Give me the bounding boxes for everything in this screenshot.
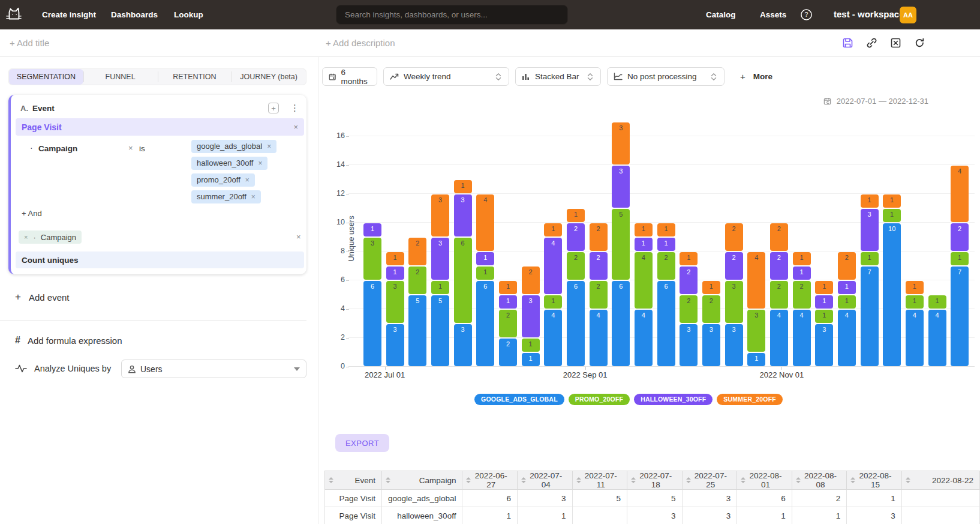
bar-segment-summer_20off[interactable]: 1 xyxy=(680,252,698,265)
bar-segment-promo_20off[interactable]: 1 xyxy=(883,209,901,222)
nav-catalog[interactable]: Catalog xyxy=(706,10,736,19)
bar-segment-promo_20off[interactable]: 1 xyxy=(861,252,879,265)
bar-segment-halloween_30off[interactable]: 3 xyxy=(861,209,879,251)
bar-segment-halloween_30off[interactable]: 3 xyxy=(454,194,472,236)
bar-segment-promo_20off[interactable]: 2 xyxy=(408,267,426,294)
legend-item-summer_20off[interactable]: SUMMER_20OFF xyxy=(717,394,783,405)
remove-tag-icon[interactable]: × xyxy=(258,159,262,167)
nav-lookup[interactable]: Lookup xyxy=(174,10,203,19)
filter-value-tag[interactable]: google_ads_global× xyxy=(191,140,276,153)
bar-segment-promo_20off[interactable]: 1 xyxy=(906,295,924,309)
app-logo-cat-icon[interactable] xyxy=(5,5,23,23)
bar-segment-halloween_30off[interactable]: 3 xyxy=(522,295,540,337)
filter-value-tag[interactable]: halloween_30off× xyxy=(191,157,267,170)
sort-icon[interactable] xyxy=(466,477,471,483)
bar-segment-google_ads_global[interactable]: 4 xyxy=(906,310,924,366)
sort-icon[interactable] xyxy=(741,477,745,483)
bar-segment-summer_20off[interactable]: 2 xyxy=(838,252,856,280)
export-button[interactable]: EXPORT xyxy=(335,434,389,452)
bar-segment-promo_20off[interactable]: 1 xyxy=(476,267,494,280)
bar-segment-google_ads_global[interactable]: 7 xyxy=(951,267,969,366)
bar-segment-google_ads_global[interactable]: 6 xyxy=(657,281,675,366)
bar-2022-08-01[interactable]: 6114 xyxy=(476,122,494,367)
bar-segment-promo_20off[interactable]: 3 xyxy=(386,281,404,323)
bar-segment-promo_20off[interactable]: 3 xyxy=(747,310,765,352)
remove-breakdown-icon[interactable]: × xyxy=(24,233,28,241)
sort-icon[interactable] xyxy=(850,477,855,483)
bar-segment-promo_20off[interactable]: 3 xyxy=(363,238,381,280)
sort-icon[interactable] xyxy=(329,477,333,483)
nav-assets[interactable]: Assets xyxy=(760,10,786,19)
remove-tag-icon[interactable]: × xyxy=(251,193,255,201)
bar-segment-halloween_30off[interactable]: 1 xyxy=(815,295,833,309)
bar-segment-promo_20off[interactable]: 5 xyxy=(612,209,630,280)
bar-segment-halloween_30off[interactable]: 2 xyxy=(725,252,743,280)
more-button[interactable]: + More xyxy=(740,67,772,86)
bar-segment-summer_20off[interactable]: 1 xyxy=(702,281,720,294)
bar-segment-google_ads_global[interactable]: 4 xyxy=(770,310,788,366)
sort-icon[interactable] xyxy=(796,477,801,483)
clear-breakdown-icon[interactable]: × xyxy=(296,232,301,241)
bar-segment-promo_20off[interactable]: 1 xyxy=(431,281,449,294)
save-icon[interactable] xyxy=(842,37,853,49)
bar-segment-halloween_30off[interactable]: 1 xyxy=(635,238,653,251)
bar-segment-promo_20off[interactable]: 2 xyxy=(680,295,698,323)
bar-segment-summer_20off[interactable]: 2 xyxy=(408,238,426,265)
bar-segment-promo_20off[interactable]: 1 xyxy=(544,295,562,309)
bar-segment-google_ads_global[interactable]: 5 xyxy=(408,295,426,366)
bar-segment-halloween_30off[interactable]: 1 xyxy=(476,252,494,265)
sort-icon[interactable] xyxy=(521,477,526,483)
bar-segment-summer_20off[interactable]: 1 xyxy=(454,180,472,193)
bar-segment-google_ads_global[interactable]: 3 xyxy=(454,324,472,366)
bar-segment-promo_20off[interactable]: 1 xyxy=(522,339,540,352)
bar-segment-summer_20off[interactable]: 1 xyxy=(815,281,833,294)
bar-segment-google_ads_global[interactable]: 6 xyxy=(476,281,494,366)
sort-icon[interactable] xyxy=(631,477,636,483)
bar-2022-08-08[interactable]: 2211 xyxy=(499,122,517,367)
bar-2022-07-11[interactable]: 522 xyxy=(408,122,426,367)
bar-segment-summer_20off[interactable]: 3 xyxy=(612,122,630,164)
bar-segment-halloween_30off[interactable]: 2 xyxy=(951,223,969,251)
bar-2022-06-27[interactable]: 631 xyxy=(363,122,381,367)
bar-2022-10-17[interactable]: 3322 xyxy=(725,122,743,367)
bar-segment-google_ads_global[interactable]: 6 xyxy=(363,281,381,366)
sort-icon[interactable] xyxy=(906,477,910,483)
bar-2022-12-05[interactable]: 1011 xyxy=(883,122,901,367)
bar-2022-07-25[interactable]: 3631 xyxy=(454,122,472,367)
bar-segment-summer_20off[interactable]: 2 xyxy=(725,223,743,251)
filter-value-tag[interactable]: promo_20off× xyxy=(191,173,255,187)
bar-segment-summer_20off[interactable]: 1 xyxy=(861,194,879,208)
analyze-by-select[interactable]: Users xyxy=(121,360,306,378)
bar-2022-11-14[interactable]: 3111 xyxy=(815,122,833,367)
tab-segmentation[interactable]: SEGMENTATION xyxy=(9,69,83,85)
bar-segment-summer_20off[interactable]: 1 xyxy=(793,252,811,265)
add-formula-button[interactable]: # Add formula expression xyxy=(15,335,122,346)
bar-segment-google_ads_global[interactable]: 7 xyxy=(861,267,879,366)
bar-segment-google_ads_global[interactable]: 4 xyxy=(590,310,608,366)
bar-segment-google_ads_global[interactable]: 4 xyxy=(793,310,811,366)
bar-segment-promo_20off[interactable]: 4 xyxy=(635,252,653,309)
bar-segment-summer_20off[interactable]: 4 xyxy=(951,166,969,222)
bar-segment-google_ads_global[interactable]: 6 xyxy=(612,281,630,366)
bar-segment-google_ads_global[interactable]: 3 xyxy=(815,324,833,366)
filter-operator[interactable]: is xyxy=(139,144,145,153)
bar-segment-google_ads_global[interactable]: 3 xyxy=(680,324,698,366)
bar-segment-google_ads_global[interactable]: 4 xyxy=(635,310,653,366)
sort-icon[interactable] xyxy=(576,477,581,483)
bar-segment-google_ads_global[interactable]: 4 xyxy=(838,310,856,366)
bar-2022-11-07[interactable]: 4211 xyxy=(793,122,811,367)
sort-icon[interactable] xyxy=(686,477,691,483)
bar-segment-halloween_30off[interactable]: 1 xyxy=(838,281,856,294)
remove-event-icon[interactable]: × xyxy=(293,122,298,131)
bar-segment-google_ads_global[interactable]: 3 xyxy=(725,324,743,366)
bar-segment-summer_20off[interactable]: 1 xyxy=(657,223,675,236)
bar-segment-promo_20off[interactable]: 1 xyxy=(815,310,833,323)
bar-segment-promo_20off[interactable]: 1 xyxy=(951,252,969,265)
bar-segment-summer_20off[interactable]: 4 xyxy=(747,252,765,309)
bar-segment-google_ads_global[interactable]: 1 xyxy=(522,353,540,366)
bar-segment-summer_20off[interactable]: 3 xyxy=(431,194,449,236)
bar-segment-google_ads_global[interactable]: 5 xyxy=(431,295,449,366)
bar-segment-google_ads_global[interactable]: 4 xyxy=(544,310,562,366)
bar-segment-promo_20off[interactable]: 1 xyxy=(838,295,856,309)
bar-segment-promo_20off[interactable]: 2 xyxy=(567,252,585,280)
